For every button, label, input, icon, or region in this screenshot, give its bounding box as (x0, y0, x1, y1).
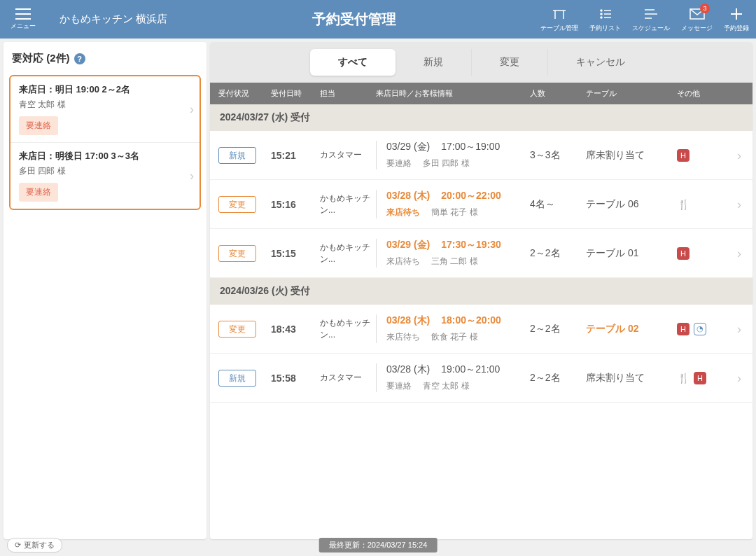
hotpepper-icon: H (677, 323, 690, 335)
chevron-right-icon: › (737, 246, 741, 260)
hamburger-icon (15, 8, 31, 20)
hotpepper-icon: H (694, 372, 706, 384)
tab-change[interactable]: 変更 (472, 49, 548, 76)
visit-info: 03/28 (木)20:00～22:00来店待ち簡単 花子 様 (376, 190, 530, 218)
page-title: 予約受付管理 (167, 10, 540, 29)
chevron-right-icon: › (737, 321, 741, 336)
receipt-time: 15:16 (271, 199, 320, 210)
plus-icon (729, 6, 743, 22)
refresh-button[interactable]: ⟳ 更新する (7, 538, 62, 552)
party-size: 4名～ (530, 198, 586, 211)
staff-name: かもめキッチン... (320, 242, 376, 265)
meal-icon: 🍴 (677, 372, 690, 384)
status-badge: 新規 (218, 370, 256, 387)
header-icons: テーブル管理 予約リスト スケジュール 3 メッセージ 予約登録 (540, 6, 749, 33)
chevron-right-icon: › (190, 102, 194, 117)
table-assignment: テーブル 06 (586, 198, 677, 211)
reservation-row[interactable]: 変更18:43かもめキッチン...03/28 (木)18:00～20:00来店待… (210, 305, 752, 354)
sidebar: 要対応 (2件) ? 来店日：明日 19:00 2～2名 青空 太郎 様 要連絡… (4, 42, 206, 539)
row-icons: H (677, 247, 744, 260)
staff-name: カスタマー (320, 149, 376, 161)
table-assignment: テーブル 02 (586, 323, 677, 335)
status-badge: 変更 (218, 321, 256, 338)
table-assignment: 席未割り当て (586, 372, 677, 384)
tab-cancel[interactable]: キャンセル (548, 49, 653, 76)
tab-all[interactable]: すべて (310, 49, 396, 76)
row-icons: 🍴 (677, 198, 744, 211)
schedule-icon (643, 6, 659, 22)
status-badge: 変更 (218, 196, 256, 213)
visit-info: 03/28 (木)19:00～21:00要連絡青空 太郎 様 (376, 363, 530, 392)
svg-point-0 (601, 10, 602, 11)
menu-label: メニュー (10, 22, 36, 31)
receipt-time: 15:21 (271, 150, 320, 161)
clock-icon: ◔ (694, 323, 706, 335)
date-group-header: 2024/03/27 (水) 受付 (210, 104, 752, 131)
date-group-header: 2024/03/26 (火) 受付 (210, 278, 752, 305)
row-icons: H (677, 149, 744, 162)
hotpepper-icon: H (677, 149, 690, 162)
receipt-time: 18:43 (271, 324, 320, 335)
tab-new[interactable]: 新規 (396, 49, 472, 76)
table-assignment: テーブル 01 (586, 247, 677, 260)
help-icon[interactable]: ? (74, 53, 85, 64)
party-size: 3～3名 (530, 149, 586, 162)
staff-name: かもめキッチン... (320, 193, 376, 216)
row-icons: H◔ (677, 323, 744, 335)
svg-point-1 (601, 13, 602, 15)
hotpepper-icon: H (677, 247, 690, 260)
receipt-time: 15:58 (271, 373, 320, 384)
menu-button[interactable]: メニュー (7, 8, 38, 31)
party-size: 2～2名 (530, 247, 586, 260)
action-item[interactable]: 来店日：明後日 17:00 3～3名 多田 四郎 様 要連絡 › (10, 143, 200, 209)
status-badge: 変更 (218, 245, 256, 262)
reservation-row[interactable]: 新規15:58カスタマー03/28 (木)19:00～21:00要連絡青空 太郎… (210, 354, 752, 403)
reservation-list: 2024/03/27 (水) 受付新規15:21カスタマー03/29 (金)17… (210, 104, 752, 403)
staff-name: かもめキッチン... (320, 317, 376, 341)
chevron-right-icon: › (737, 197, 741, 211)
last-updated: 最終更新：2024/03/27 15:24 (319, 538, 438, 552)
reservation-row[interactable]: 変更15:16かもめキッチン...03/28 (木)20:00～22:00来店待… (210, 180, 752, 229)
table-assignment: 席未割り当て (586, 149, 677, 162)
visit-info: 03/29 (金)17:00～19:00要連絡多田 四郎 様 (376, 141, 530, 169)
chevron-right-icon: › (737, 370, 741, 385)
table-icon (552, 6, 567, 22)
message-button[interactable]: 3 メッセージ (681, 6, 713, 33)
store-name: かもめキッチン 横浜店 (59, 13, 167, 26)
visit-info: 03/28 (木)18:00～20:00来店待ち飲食 花子 様 (376, 314, 530, 343)
add-reservation-button[interactable]: 予約登録 (724, 6, 749, 33)
staff-name: カスタマー (320, 372, 376, 384)
main-panel: すべて 新規 変更 キャンセル 受付状況 受付日時 担当 来店日時／お客様情報 … (210, 42, 752, 539)
refresh-icon: ⟳ (15, 541, 21, 550)
table-mgmt-button[interactable]: テーブル管理 (540, 6, 578, 33)
status-badge: 新規 (218, 147, 256, 164)
app-header: メニュー かもめキッチン 横浜店 予約受付管理 テーブル管理 予約リスト スケジ… (0, 0, 756, 39)
contact-badge: 要連絡 (19, 116, 58, 135)
reservation-list-button[interactable]: 予約リスト (589, 6, 621, 33)
meal-icon: 🍴 (677, 198, 690, 211)
receipt-time: 15:15 (271, 248, 320, 259)
reservation-row[interactable]: 新規15:21カスタマー03/29 (金)17:00～19:00要連絡多田 四郎… (210, 131, 752, 180)
contact-badge: 要連絡 (19, 183, 58, 202)
action-required-box: 来店日：明日 19:00 2～2名 青空 太郎 様 要連絡 › 来店日：明後日 … (9, 75, 201, 210)
table-header: 受付状況 受付日時 担当 来店日時／お客様情報 人数 テーブル その他 (210, 83, 752, 104)
reservation-row[interactable]: 変更15:15かもめキッチン...03/29 (金)17:30～19:30来店待… (210, 229, 752, 278)
sidebar-header: 要対応 (2件) ? (4, 42, 206, 75)
svg-point-2 (601, 17, 602, 18)
action-item[interactable]: 来店日：明日 19:00 2～2名 青空 太郎 様 要連絡 › (10, 76, 200, 143)
chevron-right-icon: › (737, 148, 741, 162)
visit-info: 03/29 (金)17:30～19:30来店待ち三角 二郎 様 (376, 239, 530, 267)
row-icons: 🍴H (677, 372, 744, 384)
chevron-right-icon: › (190, 169, 194, 183)
party-size: 2～2名 (530, 372, 586, 384)
schedule-button[interactable]: スケジュール (632, 6, 670, 33)
message-badge: 3 (700, 4, 710, 13)
filter-tabs: すべて 新規 変更 キャンセル (210, 42, 752, 83)
list-icon (598, 6, 612, 22)
party-size: 2～2名 (530, 323, 586, 335)
